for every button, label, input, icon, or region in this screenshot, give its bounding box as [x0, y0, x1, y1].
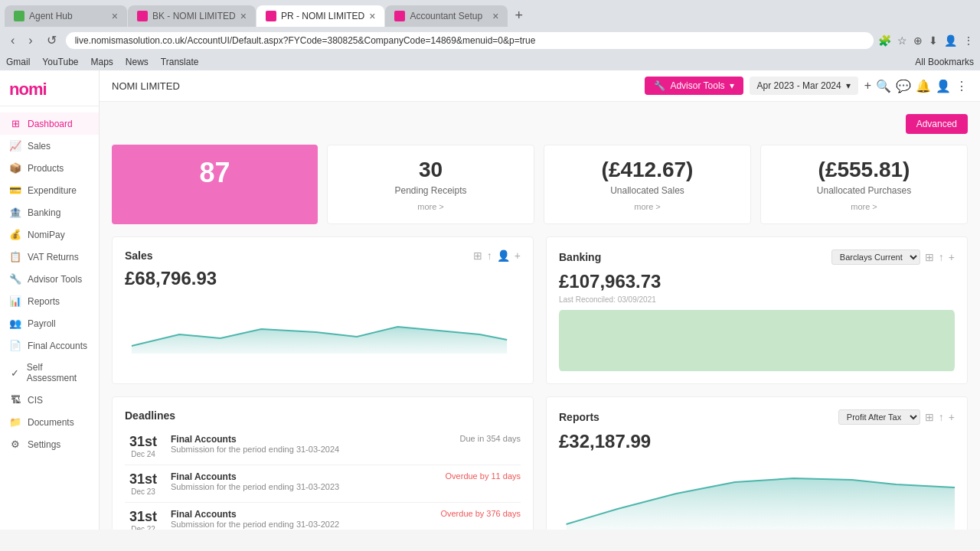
reload-button[interactable]: ↺: [42, 31, 61, 49]
tab-favicon-agent-hub: [14, 11, 24, 21]
sales-icon-3[interactable]: 👤: [497, 249, 510, 262]
address-bar: ‹ › ↺ 🧩 ☆ ⊕ ⬇ 👤 ⋮: [0, 27, 980, 54]
sidebar: nomi ⊞ Dashboard📈 Sales📦 Products💳 Expen…: [0, 70, 100, 530]
extensions-icon[interactable]: 🧩: [878, 34, 891, 47]
sidebar-item-nomipay[interactable]: 💰 NomiPay: [0, 223, 99, 246]
tab-bar: Agent Hub × BK - NOMI LIMITED × PR - NOM…: [0, 0, 980, 27]
nav-icon-sales: 📈: [9, 140, 21, 152]
banking-section-header: Banking Barclays Current ⊞ ↑ +: [559, 249, 955, 265]
sales-amount: £68,796.93: [125, 268, 521, 289]
sidebar-item-expenditure[interactable]: 💳 Expenditure: [0, 179, 99, 201]
url-input[interactable]: [66, 32, 874, 49]
tab-favicon-pr-nomi: [266, 11, 276, 21]
banking-icon-1[interactable]: ⊞: [925, 251, 934, 263]
sidebar-item-self-assessment[interactable]: ✓ Self Assessment: [0, 357, 99, 389]
reports-icon-1[interactable]: ⊞: [925, 411, 934, 423]
tab-accountant-setup[interactable]: Accountant Setup ×: [385, 5, 508, 27]
nav-label-vat-returns: VAT Returns: [28, 252, 79, 262]
deadline-title-1: Final Accounts: [171, 471, 436, 482]
sidebar-item-cis[interactable]: 🏗 CIS: [0, 389, 99, 411]
sidebar-item-final-accounts[interactable]: 📄 Final Accounts: [0, 334, 99, 357]
banking-section: Banking Barclays Current ⊞ ↑ + £107,963.…: [546, 236, 968, 384]
sidebar-item-vat-returns[interactable]: 📋 VAT Returns: [0, 246, 99, 268]
svg-rect-1: [559, 310, 955, 371]
sales-title: Sales: [125, 249, 153, 262]
svg-marker-2: [567, 478, 955, 530]
tab-close-bk-nomi[interactable]: ×: [240, 10, 247, 22]
sales-icon-4[interactable]: +: [514, 249, 521, 262]
chat-icon-button[interactable]: 💬: [896, 79, 911, 93]
bookmark-gmail[interactable]: Gmail: [6, 57, 30, 67]
back-button[interactable]: ‹: [6, 32, 19, 49]
sidebar-item-payroll[interactable]: 👥 Payroll: [0, 312, 99, 334]
deadlines-list: 31st Dec 24 Final Accounts Submission fo…: [125, 428, 521, 530]
new-tab-button[interactable]: +: [508, 5, 529, 27]
downloads-icon[interactable]: ⬇: [929, 34, 938, 47]
sidebar-item-settings[interactable]: ⚙ Settings: [0, 433, 99, 455]
tab-close-agent-hub[interactable]: ×: [112, 10, 118, 22]
sales-chart: [125, 292, 521, 354]
zoom-icon[interactable]: ⊕: [913, 34, 923, 47]
tab-bk-nomi[interactable]: BK - NOMI LIMITED ×: [128, 5, 256, 27]
unalloc-sales-value: (£412.67): [557, 158, 738, 182]
bookmark-translate[interactable]: Translate: [161, 57, 199, 67]
sidebar-item-reports[interactable]: 📊 Reports: [0, 290, 99, 312]
pending-label: Pending Receipts: [340, 185, 521, 196]
bookmark-all[interactable]: All Bookmarks: [915, 57, 974, 67]
bookmark-youtube[interactable]: YouTube: [42, 57, 78, 67]
deadline-sub-0: Submission for the period ending 31-03-2…: [171, 445, 451, 454]
reports-chart-svg: [559, 455, 955, 530]
bookmark-maps[interactable]: Maps: [91, 57, 113, 67]
sidebar-item-advisor-tools[interactable]: 🔧 Advisor Tools: [0, 268, 99, 290]
unalloc-sales-more[interactable]: more >: [557, 202, 738, 211]
banking-controls: Barclays Current ⊞ ↑ +: [831, 249, 955, 265]
top-bar-right: 🔧 Advisor Tools ▾ Apr 2023 - Mar 2024 ▾ …: [645, 77, 968, 95]
reports-dropdown[interactable]: Profit After Tax: [838, 409, 920, 425]
banking-last-reconciled: Last Reconciled: 03/09/2021: [559, 295, 955, 304]
banking-icon-2[interactable]: ↑: [939, 251, 944, 263]
tab-close-pr-nomi[interactable]: ×: [369, 10, 375, 22]
reports-icon-3[interactable]: +: [949, 411, 955, 423]
profile-icon[interactable]: 👤: [944, 34, 957, 47]
forward-button[interactable]: ›: [24, 32, 37, 49]
advisor-tools-dropdown-icon: ▾: [730, 80, 734, 91]
nav-label-dashboard: Dashboard: [28, 119, 73, 129]
advisor-tools-button[interactable]: 🔧 Advisor Tools ▾: [645, 77, 743, 95]
add-icon-button[interactable]: +: [864, 79, 871, 93]
nav-label-settings: Settings: [28, 439, 60, 450]
tab-close-accountant-setup[interactable]: ×: [492, 10, 498, 22]
user-icon-button[interactable]: 👤: [936, 79, 951, 93]
sidebar-item-dashboard[interactable]: ⊞ Dashboard: [0, 112, 99, 135]
unalloc-purchases-more[interactable]: more >: [773, 202, 955, 211]
bookmark-icon[interactable]: ☆: [897, 34, 907, 47]
sidebar-item-banking[interactable]: 🏦 Banking: [0, 201, 99, 223]
tab-pr-nomi[interactable]: PR - NOMI LIMITED ×: [256, 5, 385, 27]
search-icon-button[interactable]: 🔍: [876, 79, 891, 93]
bell-icon-button[interactable]: 🔔: [916, 79, 931, 93]
bookmark-news[interactable]: News: [126, 57, 149, 67]
banking-icon-3[interactable]: +: [949, 251, 955, 263]
banking-dropdown[interactable]: Barclays Current: [831, 249, 920, 265]
sales-section-header: Sales ⊞ ↑ 👤 +: [125, 249, 521, 262]
period-selector-button[interactable]: Apr 2023 - Mar 2024 ▾: [750, 77, 858, 95]
sidebar-item-products[interactable]: 📦 Products: [0, 157, 99, 179]
nav-icon-products: 📦: [9, 162, 21, 174]
nav-icon-nomipay: 💰: [9, 229, 21, 240]
tab-agent-hub[interactable]: Agent Hub ×: [5, 5, 127, 27]
sidebar-item-documents[interactable]: 📁 Documents: [0, 411, 99, 433]
pink-card-value: 87: [124, 157, 305, 189]
pending-value: 30: [340, 158, 521, 182]
sidebar-item-sales[interactable]: 📈 Sales: [0, 135, 99, 157]
menu-dots-button[interactable]: ⋮: [956, 79, 968, 93]
browser-icons: 🧩 ☆ ⊕ ⬇ 👤 ⋮: [878, 34, 974, 47]
sales-section: Sales ⊞ ↑ 👤 + £68,796.93: [112, 236, 534, 384]
pending-more[interactable]: more >: [340, 202, 521, 211]
menu-icon[interactable]: ⋮: [963, 34, 974, 47]
nav-icon-banking: 🏦: [9, 207, 21, 218]
nav-label-sales: Sales: [28, 141, 51, 152]
sales-icon-2[interactable]: ↑: [487, 249, 492, 262]
sales-icon-1[interactable]: ⊞: [473, 249, 482, 262]
reports-chart: [559, 455, 955, 530]
advanced-button[interactable]: Advanced: [906, 114, 968, 134]
reports-icon-2[interactable]: ↑: [939, 411, 944, 423]
